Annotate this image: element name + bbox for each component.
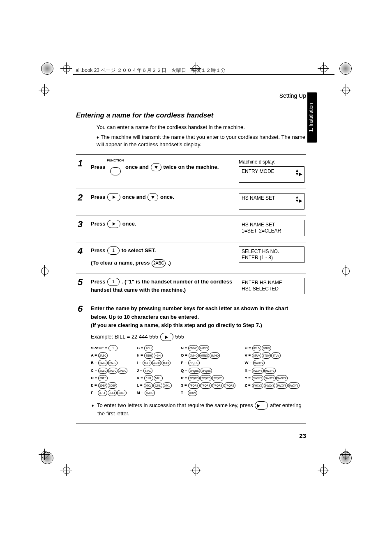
steps-table: 1 Press FUNCTION once and twice on the m… bbox=[76, 154, 306, 424]
number-key-icon: 7PQRS bbox=[224, 382, 235, 389]
one-key-icon: 1 bbox=[107, 246, 120, 255]
number-key-icon: 8TUV bbox=[271, 352, 281, 359]
number-key-icon: 5JKL bbox=[154, 375, 163, 381]
number-key-icon: 5JKL bbox=[163, 382, 172, 389]
number-key-icon: 7PQRS bbox=[188, 382, 200, 389]
number-key-icon: 4GHI bbox=[161, 360, 171, 366]
number-key-icon: 4GHI bbox=[154, 352, 163, 359]
number-key-icon: 9WXYZ bbox=[276, 382, 287, 389]
intro-bullet: ♦The machine will transmit the name that… bbox=[97, 134, 306, 148]
chart-example: Example: BILL = 22 444 555 555 bbox=[91, 333, 304, 341]
chart-row: SPACE = 1 bbox=[91, 344, 128, 352]
registration-mark bbox=[41, 62, 53, 75]
number-key-icon: 7PQRS bbox=[201, 368, 212, 374]
number-key-icon: 9WXYZ bbox=[264, 382, 275, 389]
number-key-icon: 9WXYZ bbox=[252, 375, 263, 381]
chart-row: T = 8TUV bbox=[181, 389, 235, 396]
number-key-icon: 2ABC bbox=[98, 368, 108, 374]
chart-row: C = 2ABC2ABC2ABC bbox=[91, 367, 128, 374]
chart-row: Q = 7PQRS7PQRS bbox=[181, 367, 235, 374]
number-key-icon: 8TUV bbox=[262, 345, 271, 351]
chart-row: Z = 9WXYZ9WXYZ9WXYZ9WXYZ bbox=[244, 382, 300, 389]
step-number: 3 bbox=[78, 220, 87, 229]
scroll-arrows-icon: ▲▼▶ bbox=[295, 168, 302, 176]
step-body: Press FUNCTION once and twice on the mac… bbox=[91, 159, 235, 176]
step-row: 1 Press FUNCTION once and twice on the m… bbox=[76, 155, 306, 189]
chart-row: B = 2ABC2ABC bbox=[91, 359, 128, 366]
step-number: 2 bbox=[78, 193, 87, 202]
step-body: Press once and once. bbox=[91, 193, 235, 202]
chart-row: W = 9WXYZ bbox=[244, 359, 300, 366]
chart-row: F = 3DEF3DEF3DEF bbox=[91, 389, 128, 396]
function-key-icon: FUNCTION bbox=[107, 159, 124, 176]
chart-row: J = 5JKL bbox=[137, 367, 172, 374]
number-key-icon: 3DEF bbox=[108, 390, 117, 396]
play-key-icon bbox=[107, 193, 120, 201]
chart-row: I = 4GHI4GHI4GHI bbox=[137, 359, 172, 366]
play-key-icon bbox=[160, 333, 173, 341]
number-key-icon: 5JKL bbox=[144, 375, 153, 381]
number-key-icon: 9WXYZ bbox=[288, 382, 300, 389]
lcd-display: HS NAME SET ▲▼▶ bbox=[239, 193, 304, 210]
number-key-icon: 7PQRS bbox=[188, 375, 200, 381]
number-key-icon: 7PQRS bbox=[200, 375, 212, 381]
lcd-display: ENTRY MODE ▲▼▶ bbox=[239, 166, 304, 183]
number-key-icon: 5JKL bbox=[144, 382, 153, 389]
step-body: Press 1 to select SET. (To clear a name,… bbox=[91, 246, 235, 267]
number-key-icon: 3DEF bbox=[108, 382, 117, 389]
chart-footnote: ♦ To enter two letters in succession tha… bbox=[91, 401, 304, 418]
number-key-icon: 3DEF bbox=[98, 382, 108, 389]
header-strip: all.book 23 ページ ２００４年６月２２日 火曜日 午後１２時１分 bbox=[73, 66, 334, 75]
crosshair-icon bbox=[62, 64, 71, 73]
number-key-icon: 2ABC bbox=[108, 360, 118, 366]
number-key-icon: 9WXYZ bbox=[253, 360, 265, 366]
number-key-icon: 2ABC bbox=[118, 368, 127, 374]
lcd-display: HS NAME SET 1=SET, 2=CLEAR bbox=[239, 220, 304, 236]
section-title: Entering a name for the cordless handset bbox=[76, 111, 306, 120]
step-number: 6 bbox=[78, 304, 87, 313]
number-key-icon: 8TUV bbox=[252, 345, 262, 351]
chart-row: O = 6MNO6MNO6MNO bbox=[181, 352, 235, 359]
number-key-icon: 6MNO bbox=[199, 345, 209, 351]
crosshair-icon bbox=[191, 465, 200, 474]
step-number: 5 bbox=[78, 278, 87, 287]
number-key-icon: 6MNO bbox=[145, 390, 155, 396]
scroll-arrows-icon: ▲▼▶ bbox=[295, 195, 302, 203]
registration-mark bbox=[339, 62, 352, 75]
crosshair-icon bbox=[62, 465, 71, 474]
number-key-icon: 7PQRS bbox=[200, 382, 212, 389]
number-key-icon: 1 bbox=[108, 345, 118, 351]
step-number: 1 bbox=[78, 159, 87, 168]
number-key-icon: 9WXYZ bbox=[264, 375, 275, 381]
running-head: Setting Up bbox=[76, 92, 306, 99]
chart-row: X = 9WXYZ9WXYZ bbox=[244, 367, 300, 374]
number-key-icon: 2ABC bbox=[98, 352, 108, 359]
crosshair-icon bbox=[40, 450, 49, 459]
chapter-tab: 1. Installation bbox=[307, 92, 317, 143]
crosshair-icon bbox=[40, 266, 49, 275]
step-row: 6 Enter the name by pressing number keys… bbox=[76, 300, 306, 423]
number-key-icon: 8TUV bbox=[188, 390, 197, 396]
chart-row: U = 8TUV8TUV bbox=[244, 344, 300, 352]
number-key-icon: 5JKL bbox=[143, 368, 152, 374]
number-key-icon: 9WXYZ bbox=[252, 368, 263, 374]
step-body: Press 1 . ("1" is the handset number of … bbox=[91, 278, 235, 295]
crosshair-icon bbox=[319, 465, 328, 474]
number-key-icon: 5JKL bbox=[153, 382, 162, 389]
number-key-icon: 4GHI bbox=[143, 360, 152, 366]
number-key-icon: 8TUV bbox=[262, 352, 271, 359]
crosshair-icon bbox=[341, 266, 350, 275]
chart-row: P = 7PQRS bbox=[181, 359, 235, 366]
step-row: 3 Press once. HS NAME SET 1=SET, 2=CLEAR bbox=[76, 215, 306, 242]
number-key-icon: 3DEF bbox=[98, 375, 108, 381]
number-key-icon: 4GHI bbox=[144, 352, 153, 359]
chart-row: K = 5JKL5JKL bbox=[137, 374, 172, 382]
step-body: Press once. bbox=[91, 220, 235, 228]
number-key-icon: 4GHI bbox=[152, 360, 161, 366]
lcd-display: SELECT HS NO. ENTER (1 - 8) bbox=[239, 246, 304, 263]
chart-row: A = 2ABC bbox=[91, 352, 128, 359]
crosshair-icon bbox=[40, 85, 49, 94]
letter-chart: SPACE = 1A = 2ABCB = 2ABC2ABCC = 2ABC2AB… bbox=[91, 344, 304, 396]
two-key-icon: 2ABC bbox=[152, 259, 166, 267]
number-key-icon: 6MNO bbox=[199, 352, 210, 359]
